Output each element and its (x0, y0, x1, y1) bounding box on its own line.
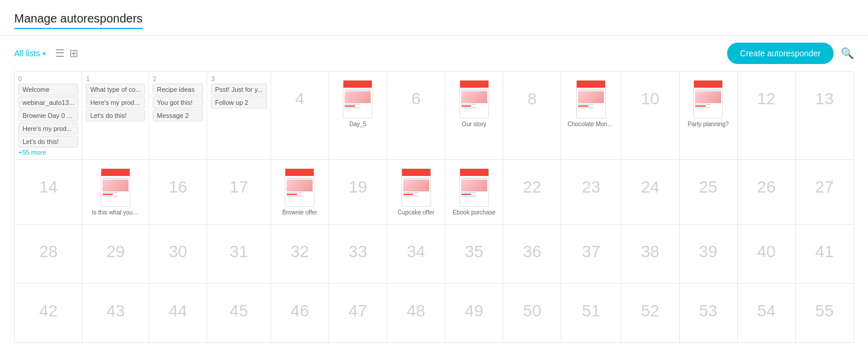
day-cell[interactable]: 41 (796, 225, 854, 284)
thumbnail-cell: Is this what you're... (86, 164, 145, 220)
thumb-line (461, 107, 477, 108)
create-autoresponder-button[interactable]: Create autoresponder (727, 43, 834, 64)
thumb-line (287, 196, 302, 197)
day-cell[interactable]: 42 (15, 284, 82, 343)
day-cell[interactable]: 17 (207, 160, 271, 225)
day-cell[interactable]: 51 (561, 284, 621, 343)
day-cell[interactable]: 27 (796, 160, 854, 225)
day-cell[interactable]: 25 (680, 160, 738, 225)
thumb-header (460, 169, 488, 176)
day-number: 37 (565, 228, 617, 275)
grid-view-icon[interactable]: ⊞ (69, 47, 78, 60)
day-cell[interactable]: 45 (207, 284, 271, 343)
list-view-icon[interactable]: ☰ (55, 47, 65, 60)
day-cell[interactable]: Party planning? (680, 72, 738, 160)
day-cell[interactable]: 47 (329, 284, 387, 343)
day-cell[interactable]: 23 (561, 160, 621, 225)
thumb-line (461, 104, 477, 105)
day-cell[interactable]: 34 (387, 225, 445, 284)
day-cell[interactable]: 43 (82, 284, 149, 343)
day-cell[interactable]: 10 (621, 72, 679, 160)
day-cell[interactable]: 22 (503, 160, 561, 225)
more-link[interactable]: +55 more (18, 149, 78, 156)
day-cell[interactable]: 53 (680, 284, 738, 343)
day-cell[interactable]: 4 (271, 72, 329, 160)
day-cell[interactable]: 2 Recipe ideas You got this!Message 2 (149, 72, 207, 160)
email-thumbnail (343, 80, 372, 118)
day-number: 26 (741, 164, 792, 211)
day-number: 8 (507, 75, 557, 123)
day-cell[interactable]: 0 Welcome webinar_auto13...Brownie Day 0… (15, 72, 82, 160)
day-cell[interactable]: 31 (207, 225, 271, 284)
day-number: 36 (507, 228, 557, 275)
day-cell[interactable]: 14 (15, 160, 82, 225)
day-cell[interactable]: 24 (621, 160, 679, 225)
day-cell[interactable]: Our story (445, 72, 503, 160)
day-cell[interactable]: 19 (329, 160, 387, 225)
day-number: 44 (153, 287, 203, 335)
day-cell[interactable]: Is this what you're... (82, 160, 149, 225)
thumb-body (460, 88, 488, 118)
message-title: Recipe ideas (153, 84, 203, 95)
day-cell[interactable]: 37 (561, 225, 621, 284)
day-cell[interactable]: 50 (503, 284, 561, 343)
thumb-line (578, 107, 593, 108)
thumb-line (345, 89, 371, 91)
day-cell[interactable]: 12 (738, 72, 796, 160)
message-item: Here's my prod... (18, 123, 78, 134)
day-cell[interactable]: 32 (271, 225, 329, 284)
day-cell[interactable]: 3 Psst! Just for y... Follow up 2 (207, 72, 271, 160)
day-cell[interactable]: 39 (680, 225, 738, 284)
thumb-img (345, 91, 371, 103)
thumb-line (287, 178, 313, 179)
search-icon[interactable]: 🔍 (841, 47, 854, 60)
day-cell[interactable]: 36 (503, 225, 561, 284)
day-label: 2 (153, 75, 203, 82)
day-cell[interactable]: 8 (503, 72, 561, 160)
thumb-line (403, 192, 419, 193)
thumb-header (285, 169, 314, 176)
day-cell[interactable]: Cupcake offer (387, 160, 445, 225)
grid-container: 0 Welcome webinar_auto13...Brownie Day 0… (0, 71, 868, 343)
thumbnail-cell: Our story (449, 75, 499, 132)
toolbar: All lists ▾ ☰ ⊞ Create autoresponder 🔍 (0, 36, 868, 71)
day-cell[interactable]: 48 (387, 284, 445, 343)
day-cell[interactable]: Brownie offer (271, 160, 329, 225)
day-cell[interactable]: 54 (738, 284, 796, 343)
day-cell[interactable]: 40 (738, 225, 796, 284)
thumb-line (461, 196, 477, 197)
day-cell[interactable]: 29 (82, 225, 149, 284)
day-cell[interactable]: 46 (271, 284, 329, 343)
all-lists-button[interactable]: All lists ▾ (14, 49, 46, 58)
thumb-line (403, 196, 419, 197)
thumb-header (343, 81, 372, 88)
day-cell[interactable]: 13 (796, 72, 854, 160)
day-cell[interactable]: 55 (796, 284, 854, 343)
day-cell[interactable]: 33 (329, 225, 387, 284)
day-cell[interactable]: 6 (387, 72, 445, 160)
day-cell[interactable]: Day_5 (329, 72, 387, 160)
thumb-body (460, 176, 488, 206)
thumb-line (102, 196, 118, 197)
day-cell[interactable]: 26 (738, 160, 796, 225)
day-cell[interactable]: 38 (621, 225, 679, 284)
message-title: What type of co... (86, 84, 145, 95)
day-cell[interactable]: 49 (445, 284, 503, 343)
day-cell[interactable]: 35 (445, 225, 503, 284)
thumb-img (461, 91, 487, 103)
day-number: 4 (275, 75, 325, 123)
email-thumbnail (285, 168, 314, 207)
day-cell[interactable]: 30 (149, 225, 207, 284)
day-cell[interactable]: 28 (15, 225, 82, 284)
day-number: 50 (507, 287, 557, 335)
day-cell[interactable]: 44 (149, 284, 207, 343)
day-cell[interactable]: 52 (621, 284, 679, 343)
day-cell[interactable]: 1 What type of co... Here's my prod...Le… (82, 72, 149, 160)
thumb-body (343, 88, 372, 118)
day-number: 43 (86, 287, 145, 335)
day-cell[interactable]: Chocolate Monste... (561, 72, 621, 160)
email-thumbnail (459, 168, 489, 207)
day-cell[interactable]: Ebook purchase (445, 160, 503, 225)
thumb-label: Ebook purchase (453, 209, 496, 216)
day-cell[interactable]: 16 (149, 160, 207, 225)
